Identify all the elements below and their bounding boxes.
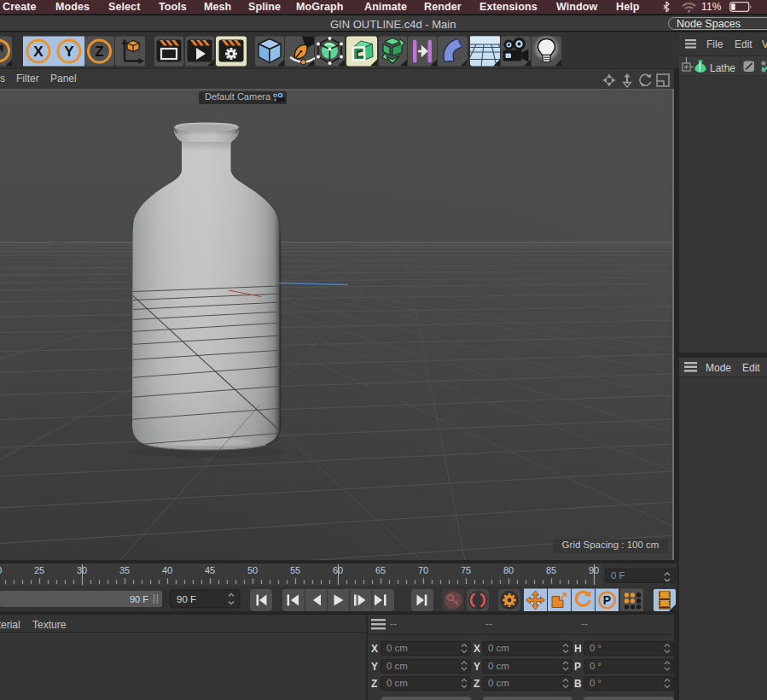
svg-text:55: 55 [290, 565, 300, 575]
svg-text:P: P [603, 593, 611, 607]
svg-text:Z: Z [95, 44, 103, 60]
svg-text:85: 85 [546, 565, 556, 575]
svg-text:70: 70 [418, 565, 428, 575]
svg-text:80: 80 [503, 565, 514, 575]
svg-text:20: 20 [0, 565, 2, 575]
svg-text:50: 50 [247, 565, 258, 575]
svg-text:90 F: 90 F [130, 594, 148, 604]
svg-text:45: 45 [205, 565, 215, 575]
svg-text:90 F: 90 F [177, 594, 196, 604]
svg-text:35: 35 [119, 565, 130, 575]
svg-text:75: 75 [461, 565, 471, 575]
svg-text:X: X [33, 44, 44, 60]
svg-text:25: 25 [34, 565, 44, 575]
svg-text:40: 40 [162, 565, 172, 575]
svg-text:Y: Y [64, 44, 74, 60]
svg-text:65: 65 [375, 565, 386, 575]
